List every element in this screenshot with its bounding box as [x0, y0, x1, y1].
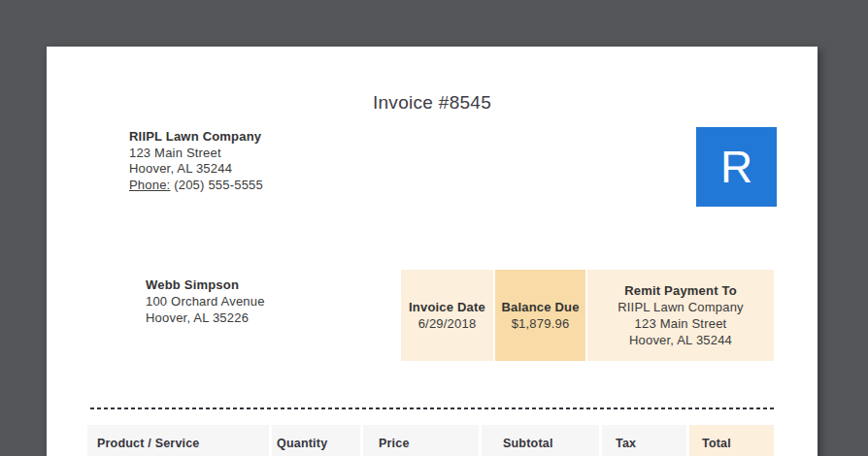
invoice-page: Invoice #8545 RIIPL Lawn Company 123 Mai… [47, 47, 818, 456]
remit-label: Remit Payment To [624, 282, 737, 299]
customer-address-line2: Hoover, AL 35226 [146, 309, 265, 326]
remit-payment-box: Remit Payment To RIIPL Lawn Company 123 … [587, 270, 774, 361]
invoice-date-box: Invoice Date 6/29/2018 [401, 270, 493, 361]
column-header-total: Total [689, 425, 774, 456]
customer-address-line1: 100 Orchard Avenue [146, 293, 265, 309]
invoice-date-value: 6/29/2018 [418, 315, 477, 332]
company-name: RIIPL Lawn Company [129, 129, 263, 146]
company-address-line1: 123 Main Street [129, 146, 263, 162]
remit-address-line2: Hoover, AL 35244 [629, 332, 732, 348]
invoice-title: Invoice #8545 [47, 91, 818, 114]
customer-name: Webb Simpson [146, 277, 265, 293]
remit-name: RIIPL Lawn Company [618, 299, 744, 315]
balance-due-value: $1,879.96 [512, 315, 570, 332]
items-table-header: Product / Service Quantity Price Subtota… [87, 425, 774, 456]
dashed-divider [90, 407, 775, 409]
customer-address-block: Webb Simpson 100 Orchard Avenue Hoover, … [146, 277, 265, 326]
column-header-price: Price [363, 425, 479, 456]
viewer-backdrop: Invoice #8545 RIIPL Lawn Company 123 Mai… [0, 0, 868, 456]
invoice-date-label: Invoice Date [409, 299, 485, 315]
balance-due-label: Balance Due [501, 299, 579, 315]
company-address-line2: Hoover, AL 35244 [129, 161, 263, 178]
company-address-block: RIIPL Lawn Company 123 Main Street Hoove… [129, 129, 263, 193]
column-header-quantity: Quantity [272, 425, 360, 456]
remit-address-line1: 123 Main Street [635, 315, 727, 332]
company-logo: R [696, 127, 777, 207]
phone-label: Phone: [129, 178, 170, 192]
phone-number: (205) 555-5555 [174, 178, 263, 192]
column-header-product-service: Product / Service [87, 425, 269, 456]
column-header-subtotal: Subtotal [482, 425, 599, 456]
balance-due-box: Balance Due $1,879.96 [495, 270, 585, 361]
invoice-summary-strip: Invoice Date 6/29/2018 Balance Due $1,87… [401, 270, 774, 361]
logo-letter-icon: R [720, 145, 752, 189]
column-header-tax: Tax [602, 425, 686, 456]
company-phone-line: Phone: (205) 555-5555 [129, 178, 263, 194]
